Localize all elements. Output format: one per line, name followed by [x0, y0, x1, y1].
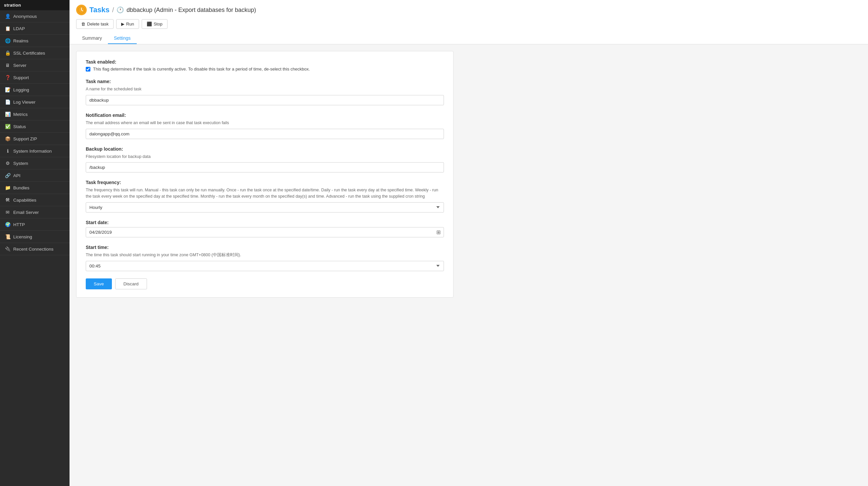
stop-icon: ⬛ — [147, 22, 152, 27]
page-header: Tasks / 🕐 dbbackup (Admin - Export datab… — [69, 0, 868, 44]
main-content: Tasks / 🕐 dbbackup (Admin - Export datab… — [69, 0, 868, 486]
breadcrumb-tasks-label[interactable]: Tasks — [89, 6, 110, 14]
log-viewer-icon: 📄 — [5, 99, 10, 104]
capabilities-icon: 🛠 — [5, 197, 10, 203]
sidebar-item-realms[interactable]: 🌐 Realms — [0, 35, 69, 47]
run-icon: ▶ — [121, 22, 124, 27]
start-date-label: Start date: — [86, 220, 444, 225]
delete-task-button[interactable]: 🗑 Delete task — [76, 19, 114, 29]
sidebar-item-http[interactable]: 🌍 HTTP — [0, 218, 69, 231]
ldap-icon: 📋 — [5, 26, 10, 31]
bundles-icon: 📁 — [5, 185, 10, 190]
tab-summary[interactable]: Summary — [76, 33, 108, 44]
notification-email-label: Notification email: — [86, 113, 444, 118]
tasks-clock-icon — [76, 5, 87, 15]
start-time-description: The time this task should start running … — [86, 252, 444, 258]
tab-settings[interactable]: Settings — [108, 33, 137, 44]
breadcrumb-separator: / — [112, 6, 114, 14]
sidebar-item-support[interactable]: ❓ Support — [0, 71, 69, 84]
task-frequency-group: Task frequency: The frequency this task … — [86, 180, 444, 213]
sidebar-item-server[interactable]: 🖥 Server — [0, 59, 69, 71]
discard-button[interactable]: Discard — [115, 278, 147, 290]
sidebar-item-system[interactable]: ⚙ System — [0, 157, 69, 170]
task-name-input[interactable] — [86, 95, 444, 105]
task-enabled-group: Task enabled: This flag determines if th… — [86, 59, 444, 71]
sidebar-item-logging[interactable]: 📝 Logging — [0, 84, 69, 96]
ssl-icon: 🔒 — [5, 50, 10, 56]
recent-connections-icon: 🔌 — [5, 246, 10, 252]
sidebar-item-log-viewer[interactable]: 📄 Log Viewer — [0, 96, 69, 108]
licensing-icon: 📜 — [5, 234, 10, 239]
sidebar-item-ssl-certificates[interactable]: 🔒 SSL Certificates — [0, 47, 69, 59]
sidebar-item-ldap[interactable]: 📋 LDAP — [0, 23, 69, 35]
sidebar-item-anonymous[interactable]: 👤 Anonymous — [0, 10, 69, 23]
sidebar-item-api[interactable]: 🔗 API — [0, 170, 69, 182]
http-icon: 🌍 — [5, 222, 10, 227]
start-date-wrap: ⊞ — [86, 227, 444, 237]
settings-card: Task enabled: This flag determines if th… — [76, 51, 454, 298]
sidebar-item-licensing[interactable]: 📜 Licensing — [0, 231, 69, 243]
backup-location-label: Backup location: — [86, 146, 444, 152]
logging-icon: 📝 — [5, 87, 10, 92]
sidebar-item-email-server[interactable]: ✉ Email Server — [0, 206, 69, 218]
task-frequency-label: Task frequency: — [86, 180, 444, 185]
delete-icon: 🗑 — [81, 22, 85, 27]
task-frequency-select[interactable]: Manual Once Hourly Daily Weekly Monthly … — [86, 202, 444, 213]
support-icon: ❓ — [5, 75, 10, 80]
task-name-label: Task name: — [86, 79, 444, 84]
system-icon: ⚙ — [5, 160, 10, 166]
anonymous-icon: 👤 — [5, 13, 10, 19]
stop-button[interactable]: ⬛ Stop — [142, 19, 167, 29]
settings-panel: Task enabled: This flag determines if th… — [69, 44, 868, 486]
task-detail-icon: 🕐 — [117, 6, 124, 13]
task-enabled-label: Task enabled: — [86, 59, 444, 65]
notification-email-description: The email address where an email will be… — [86, 120, 444, 126]
sidebar-header: stration — [0, 0, 69, 10]
sidebar-item-support-zip[interactable]: 📦 Support ZIP — [0, 133, 69, 145]
metrics-icon: 📊 — [5, 112, 10, 117]
task-frequency-description: The frequency this task will run. Manual… — [86, 187, 444, 200]
task-name-description: A name for the scheduled task — [86, 86, 444, 92]
backup-location-description: Filesystem location for backup data — [86, 154, 444, 160]
notification-email-input[interactable] — [86, 129, 444, 139]
start-date-group: Start date: ⊞ — [86, 220, 444, 237]
support-zip-icon: 📦 — [5, 136, 10, 141]
toolbar: 🗑 Delete task ▶ Run ⬛ Stop — [76, 19, 861, 29]
sidebar-item-bundles[interactable]: 📁 Bundles — [0, 182, 69, 194]
status-icon: ✅ — [5, 124, 10, 129]
breadcrumb: Tasks / 🕐 dbbackup (Admin - Export datab… — [76, 5, 861, 15]
start-date-input[interactable] — [86, 227, 444, 237]
sidebar-item-capabilities[interactable]: 🛠 Capabilities — [0, 194, 69, 206]
sidebar-item-metrics[interactable]: 📊 Metrics — [0, 108, 69, 121]
backup-location-group: Backup location: Filesystem location for… — [86, 146, 444, 173]
sidebar-item-system-information[interactable]: ℹ System Information — [0, 145, 69, 157]
start-time-select[interactable]: 00:00 00:15 00:30 00:45 01:00 01:15 01:3… — [86, 261, 444, 271]
api-icon: 🔗 — [5, 173, 10, 178]
calendar-icon[interactable]: ⊞ — [436, 229, 441, 235]
start-time-label: Start time: — [86, 245, 444, 250]
action-buttons: Save Discard — [86, 278, 444, 290]
email-server-icon: ✉ — [5, 210, 10, 215]
tabs: Summary Settings — [76, 33, 861, 44]
system-info-icon: ℹ — [5, 148, 10, 154]
breadcrumb-task-name: dbbackup (Admin - Export databases for b… — [126, 7, 256, 13]
save-button[interactable]: Save — [86, 278, 112, 290]
start-time-group: Start time: The time this task should st… — [86, 245, 444, 271]
sidebar-item-status[interactable]: ✅ Status — [0, 121, 69, 133]
backup-location-input[interactable] — [86, 162, 444, 173]
sidebar: stration 👤 Anonymous 📋 LDAP 🌐 Realms 🔒 S… — [0, 0, 69, 486]
task-enabled-description: This flag determines if the task is curr… — [93, 66, 310, 71]
task-enabled-checkbox-row: This flag determines if the task is curr… — [86, 66, 444, 71]
server-icon: 🖥 — [5, 63, 10, 68]
sidebar-item-recent-connections[interactable]: 🔌 Recent Connections — [0, 243, 69, 255]
task-name-group: Task name: A name for the scheduled task — [86, 79, 444, 105]
run-button[interactable]: ▶ Run — [116, 19, 139, 29]
notification-email-group: Notification email: The email address wh… — [86, 113, 444, 139]
realms-icon: 🌐 — [5, 38, 10, 43]
task-enabled-checkbox[interactable] — [86, 67, 90, 71]
